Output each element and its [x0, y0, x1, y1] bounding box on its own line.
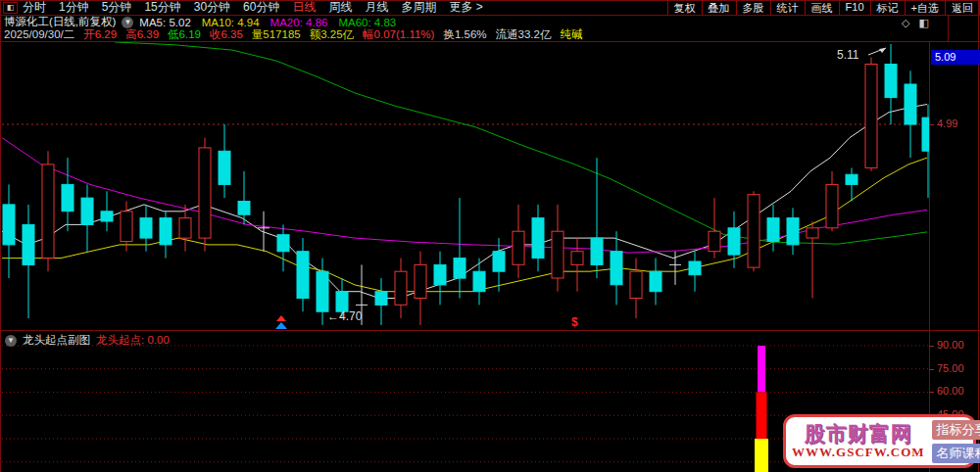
candle-body	[513, 231, 524, 264]
candle-body	[101, 212, 113, 221]
chart-right-border-line	[929, 41, 930, 472]
candle-body	[415, 264, 426, 298]
axis-tick	[929, 369, 934, 370]
candle-body	[807, 228, 818, 238]
candle-body	[42, 165, 54, 259]
tab-日线[interactable]: 日线	[292, 0, 316, 16]
chevron-down-icon[interactable]: ▼	[5, 335, 17, 347]
tab-分时[interactable]: 分时	[23, 0, 46, 16]
candle-body	[219, 151, 230, 184]
quote-field: 流通33.2亿	[496, 27, 552, 42]
ma-value: MA10: 4.94	[202, 17, 260, 28]
quote-field: 高6.39	[125, 27, 159, 42]
tab-15分钟[interactable]: 15分钟	[144, 0, 180, 16]
ma-value: MA5: 5.02	[139, 17, 190, 28]
tab-60分钟[interactable]: 60分钟	[243, 0, 279, 16]
candle-body	[454, 259, 466, 279]
candle-body	[826, 184, 838, 227]
quote-field: 低6.19	[168, 27, 201, 42]
indicator-axis-label: 75.00	[937, 362, 964, 375]
watermark-text: 股市财富网 WWW.GSCFW.COM	[792, 422, 925, 460]
candle-body	[865, 65, 877, 168]
quote-field: 收6.35	[210, 27, 243, 42]
candle-body	[728, 228, 740, 255]
quote-row: 2025/09/30/二开6.29高6.39低6.19收6.35量517185额…	[4, 28, 582, 41]
window-split-icon[interactable]: ◧	[3, 2, 18, 14]
tab-1分钟[interactable]: 1分钟	[59, 0, 89, 16]
top-toolbar: ◧ 分时1分钟5分钟15分钟30分钟60分钟日线周线月线多周期更多 > 复权叠加…	[0, 0, 980, 15]
candle-body	[3, 205, 15, 245]
tab-30分钟[interactable]: 30分钟	[194, 0, 230, 16]
app-window: ◧ 分时1分钟5分钟15分钟30分钟60分钟日线周线月线多周期更多 > 复权叠加…	[0, 0, 980, 472]
indicator-bar-segment	[755, 439, 768, 472]
candle-body	[552, 231, 564, 278]
candle-body	[179, 218, 191, 239]
price-axis-label: 4.99	[937, 118, 957, 130]
candle-body	[199, 148, 211, 238]
candle-body	[922, 118, 929, 151]
candle-body	[846, 174, 858, 184]
quote-field: 2025/09/30/二	[4, 27, 74, 42]
watermark-box: 股市财富网 WWW.GSCFW.COM 指标分享名师课程	[783, 414, 976, 468]
candle-body	[140, 218, 152, 239]
watermark-badge: 名师课程	[932, 444, 980, 463]
candle-body	[160, 218, 172, 245]
diamond-icon[interactable]: ◇	[902, 17, 909, 29]
indicator-bar-segment	[758, 346, 765, 393]
main-candlestick-chart[interactable]: 5.11←4.70$	[2, 42, 929, 330]
header-column-border-line	[948, 15, 949, 41]
toolbar-button-F10[interactable]: F10	[839, 0, 870, 15]
candle-body	[650, 271, 662, 292]
toolbar-buttons: 复权叠加多股统计画线F10标记+自选返回	[667, 0, 980, 15]
toolbar-button-统计[interactable]: 统计	[770, 0, 805, 15]
chevron-down-icon[interactable]: ▼	[122, 17, 133, 28]
indicator-bar-segment	[757, 393, 767, 440]
axis-tick	[929, 124, 934, 125]
candle-body	[591, 238, 603, 264]
tab-多周期[interactable]: 多周期	[401, 0, 436, 16]
tab-周线[interactable]: 周线	[328, 0, 352, 16]
watermark-badges: 指标分享名师课程	[932, 420, 980, 463]
indicator-axis-label: 90.00	[937, 339, 964, 352]
candle-body	[630, 271, 642, 298]
subpanel-separator-line	[0, 330, 980, 331]
signal-marker-blue-icon	[275, 322, 287, 329]
toolbar-button-多股[interactable]: 多股	[736, 0, 770, 15]
watermark-site-url: WWW.GSCFW.COM	[792, 445, 925, 460]
ma-value: MA60: 4.83	[338, 17, 396, 28]
toolbar-button-画线[interactable]: 画线	[805, 0, 839, 15]
tab-5分钟[interactable]: 5分钟	[102, 0, 132, 16]
indicator-axis-label: 60.00	[937, 385, 964, 398]
quote-field: 量517185	[252, 27, 301, 42]
quote-field: 换1.56%	[443, 27, 486, 42]
candle-body	[121, 212, 132, 242]
tab-更多 >[interactable]: 更多 >	[449, 0, 482, 16]
current-price-tag: 5.09	[931, 50, 980, 65]
header-icons: ◇ ◧	[902, 17, 929, 29]
toolbar-button-+自选[interactable]: +自选	[905, 0, 945, 15]
toolbar-button-标记[interactable]: 标记	[870, 0, 905, 15]
candle-body	[611, 252, 622, 285]
axis-tick	[929, 392, 934, 393]
toolbar-button-叠加[interactable]: 叠加	[702, 0, 736, 15]
tab-月线[interactable]: 月线	[365, 0, 388, 16]
indicator-value: 龙头起点: 0.00	[96, 333, 170, 348]
signal-marker-red-icon	[276, 315, 286, 321]
candle-body	[434, 264, 446, 285]
candle-body	[787, 218, 799, 245]
layout-panel-icon[interactable]: ◧	[918, 17, 928, 29]
right-border-line	[978, 0, 979, 472]
candle-body	[767, 218, 779, 242]
candle-body	[23, 224, 34, 264]
candle-body	[532, 218, 544, 259]
high-price-annotation: 5.11	[837, 48, 859, 62]
candle-body	[375, 292, 387, 306]
candle-body	[689, 261, 701, 275]
candle-body	[571, 252, 583, 265]
candle-body	[885, 65, 897, 98]
quote-field: 开6.29	[83, 27, 117, 42]
toolbar-button-复权[interactable]: 复权	[667, 0, 702, 15]
candle-body	[905, 84, 916, 124]
toolbar-button-返回[interactable]: 返回	[945, 0, 979, 15]
candle-body	[709, 231, 720, 252]
